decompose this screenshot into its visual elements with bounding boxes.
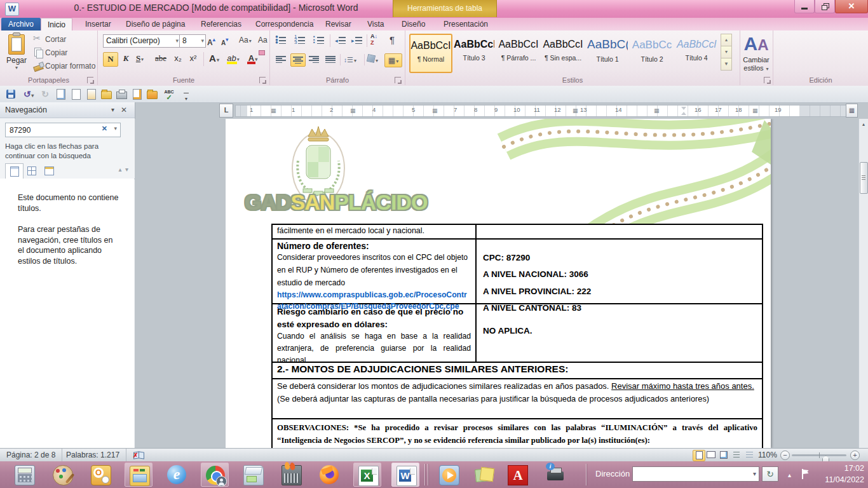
- zoom-level[interactable]: 110%: [758, 449, 777, 461]
- multilevel-list-button[interactable]: ▪▪▪: [312, 34, 326, 47]
- tab-diseno-pagina[interactable]: Diseño de página: [119, 18, 191, 30]
- close-button[interactable]: ✕: [835, 0, 868, 13]
- redo-button[interactable]: ↻: [39, 88, 51, 100]
- paste-button[interactable]: Pegar ▾: [4, 33, 29, 72]
- bold-button[interactable]: N: [103, 52, 118, 67]
- new-document-button[interactable]: [70, 88, 81, 100]
- text-effects-button[interactable]: A▾: [207, 52, 221, 65]
- taskbar-word-active[interactable]: W: [391, 463, 419, 487]
- underline-dropdown-icon[interactable]: ▾: [141, 57, 144, 62]
- font-size-combo[interactable]: 8 ▾: [179, 34, 206, 48]
- style-sin-espaciado[interactable]: AaBbCcI ¶ Sin espa...: [543, 34, 583, 71]
- borders-button[interactable]: ▦▾: [384, 53, 402, 67]
- underline-button[interactable]: S▾: [133, 52, 146, 65]
- copy-button[interactable]: Copiar: [33, 46, 67, 60]
- increase-indent-button[interactable]: ▸: [350, 34, 364, 47]
- web-layout-view-button[interactable]: [718, 450, 729, 460]
- nav-pane-menu-icon[interactable]: ▾: [111, 102, 114, 118]
- grow-font-button[interactable]: A▴: [207, 34, 215, 46]
- address-input[interactable]: ▾: [632, 466, 759, 482]
- nav-pane-close-icon[interactable]: ✕: [121, 102, 127, 118]
- align-center-button[interactable]: [290, 53, 306, 67]
- taskbar-firefox[interactable]: [315, 463, 343, 487]
- fuente-dialog-launcher[interactable]: [259, 77, 266, 83]
- sort-button[interactable]: A↓Z: [370, 33, 377, 46]
- taskbar-paint[interactable]: [48, 463, 76, 487]
- font-size-dropdown-icon[interactable]: ▾: [201, 35, 204, 46]
- taskbar-file-explorer[interactable]: [125, 463, 153, 487]
- taskbar-autocad[interactable]: A: [503, 463, 531, 487]
- tab-presentacion[interactable]: Presentación: [437, 18, 494, 30]
- tab-archivo[interactable]: Archivo: [1, 18, 41, 30]
- qat-customize-icon[interactable]: ▾: [180, 88, 192, 100]
- style-titulo3[interactable]: AaBbCcl Título 3: [454, 34, 494, 71]
- styles-scroll-up[interactable]: ▴: [721, 34, 732, 46]
- change-styles-button[interactable]: AA Cambiarestilos ▾: [742, 34, 770, 72]
- taskbar-clock[interactable]: 17:02 11/04/2022: [816, 463, 864, 485]
- quick-print-button[interactable]: [116, 88, 127, 100]
- nav-prev-next[interactable]: ▴ ▾: [118, 166, 128, 173]
- save-button[interactable]: [5, 88, 17, 100]
- zoom-in-button[interactable]: +: [850, 451, 860, 460]
- previous-result-icon[interactable]: ▴: [118, 166, 121, 173]
- numbering-button[interactable]: 123: [293, 34, 307, 47]
- tab-revisar[interactable]: Revisar: [319, 18, 358, 30]
- show-marks-button[interactable]: ¶: [390, 34, 395, 46]
- styles-gallery-more[interactable]: ▼: [721, 58, 732, 71]
- styles-scroll-down[interactable]: ▾: [721, 46, 732, 58]
- fullscreen-reading-view-button[interactable]: [705, 450, 717, 460]
- borders-dropdown-icon[interactable]: ▾: [396, 58, 398, 64]
- nav-tab-results[interactable]: [41, 163, 58, 178]
- word-count[interactable]: Palabras: 1.217: [60, 449, 126, 461]
- table-column-marker[interactable]: ▦: [350, 107, 356, 114]
- taskbar-media-player[interactable]: [435, 463, 463, 487]
- nav-tab-pages[interactable]: [23, 163, 40, 178]
- address-dropdown-icon[interactable]: ▾: [753, 470, 756, 477]
- style-titulo2[interactable]: AaBbCc Título 2: [632, 34, 672, 71]
- show-hidden-icons-button[interactable]: ▴: [788, 471, 791, 478]
- tab-inicio[interactable]: Inicio: [41, 18, 72, 31]
- tab-correspondencia[interactable]: Correspondencia: [249, 18, 320, 30]
- style-titulo4[interactable]: AaBbCcl Título 4: [676, 34, 717, 71]
- scroll-up-icon[interactable]: ▴: [860, 120, 867, 129]
- parrafo-dialog-launcher[interactable]: [395, 77, 401, 83]
- align-left-button[interactable]: [274, 53, 288, 65]
- taskbar-excel[interactable]: X: [353, 463, 381, 487]
- tab-insertar[interactable]: Insertar: [79, 18, 118, 30]
- shading-button[interactable]: ▾: [367, 53, 378, 66]
- decrease-indent-button[interactable]: ◂: [334, 34, 348, 47]
- restore-button[interactable]: [815, 0, 835, 13]
- nav-search-input[interactable]: [8, 124, 100, 136]
- taskbar-internet-explorer[interactable]: e: [163, 463, 191, 487]
- outline-view-button[interactable]: [731, 450, 742, 460]
- paste-dropdown-icon[interactable]: ▾: [4, 65, 29, 71]
- taskbar-sticky-notes[interactable]: [470, 463, 498, 487]
- bullets-button[interactable]: ●●●: [274, 34, 288, 47]
- align-right-button[interactable]: [307, 53, 321, 65]
- address-go-button[interactable]: ↻: [762, 466, 778, 482]
- font-color-button[interactable]: A▾: [245, 52, 261, 65]
- taskbar-chrome[interactable]: [201, 463, 229, 487]
- font-name-combo[interactable]: Calibri (Cuerpo) ▾: [103, 34, 180, 48]
- subscript-button[interactable]: x₂: [172, 52, 184, 65]
- action-center-flag-icon[interactable]: [802, 469, 810, 479]
- vertical-scrollbar[interactable]: ▴: [858, 119, 868, 448]
- nav-tab-headings[interactable]: [5, 163, 24, 179]
- draft-view-button[interactable]: [743, 450, 755, 460]
- highlight-dropdown-icon[interactable]: ▾: [237, 57, 240, 62]
- horizontal-ruler[interactable]: 1 ▦ 1 2 ▦ 4 5 ▦ 7 8 9 10 11 12 ▦ 13 14 ▦…: [235, 105, 851, 117]
- tab-vista[interactable]: Vista: [361, 18, 390, 30]
- attach-file-button[interactable]: [85, 88, 97, 100]
- table-column-marker[interactable]: ▦: [432, 107, 438, 114]
- style-titulo1[interactable]: AaBbC( Título 1: [587, 34, 628, 71]
- line-spacing-button[interactable]: ↕☰▾: [344, 53, 356, 66]
- cut-button[interactable]: Cortar: [33, 33, 66, 46]
- change-case-button[interactable]: Aa▾: [239, 34, 252, 46]
- font-name-dropdown-icon[interactable]: ▾: [175, 35, 179, 46]
- strikethrough-button[interactable]: abe: [153, 52, 169, 65]
- edit-document-button[interactable]: [131, 88, 142, 100]
- indent-markers[interactable]: [681, 107, 687, 115]
- table-column-marker[interactable]: ▦: [752, 107, 758, 114]
- search-clear-icon[interactable]: ✕: [102, 125, 107, 133]
- zoom-slider-track[interactable]: [792, 454, 846, 456]
